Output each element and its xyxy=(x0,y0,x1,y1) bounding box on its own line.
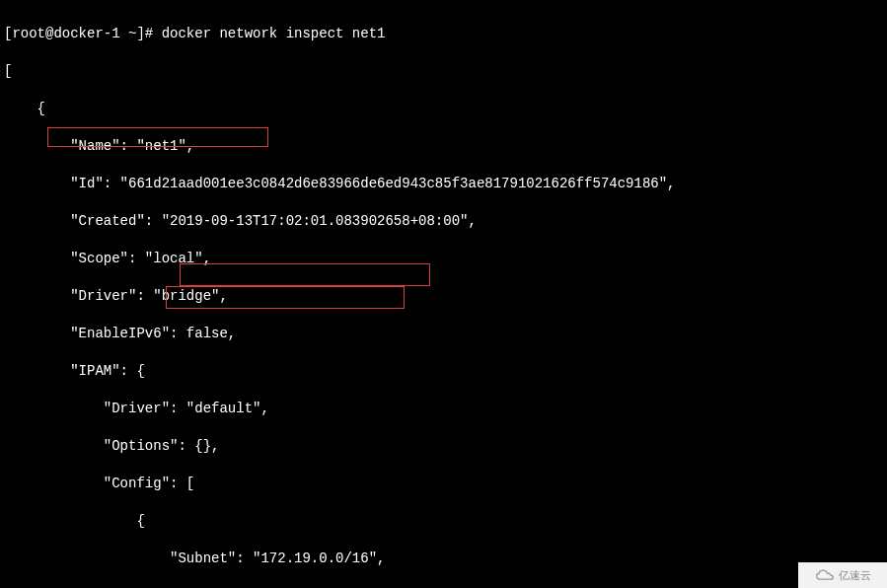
json-line-ipam-driver: "Driver": "default", xyxy=(4,400,883,418)
json-line-name: "Name": "net1", xyxy=(4,137,883,156)
json-line-scope: "Scope": "local", xyxy=(4,250,883,268)
watermark-text: 亿速云 xyxy=(839,566,871,585)
watermark: 亿速云 xyxy=(798,562,887,588)
json-line-created: "Created": "2019-09-13T17:02:01.08390265… xyxy=(4,212,883,231)
json-line-driver: "Driver": "bridge", xyxy=(4,287,883,306)
json-line: { xyxy=(4,512,883,531)
json-line-subnet: "Subnet": "172.19.0.0/16", xyxy=(4,550,883,568)
json-line-ipam-options: "Options": {}, xyxy=(4,437,883,456)
cloud-icon xyxy=(815,568,835,582)
shell-prompt: [root@docker-1 ~]# xyxy=(4,26,162,41)
json-line-ipam-config: "Config": [ xyxy=(4,475,883,493)
terminal-output: [root@docker-1 ~]# docker network inspec… xyxy=(4,6,883,588)
json-line-ipam: "IPAM": { xyxy=(4,362,883,381)
json-line: { xyxy=(4,100,883,118)
shell-command: docker network inspect net1 xyxy=(162,26,386,41)
json-line-id: "Id": "661d21aad001ee3c0842d6e83966de6ed… xyxy=(4,175,883,193)
json-line-enableipv6: "EnableIPv6": false, xyxy=(4,325,883,343)
prompt-line: [root@docker-1 ~]# docker network inspec… xyxy=(4,25,883,43)
json-line: [ xyxy=(4,62,883,81)
